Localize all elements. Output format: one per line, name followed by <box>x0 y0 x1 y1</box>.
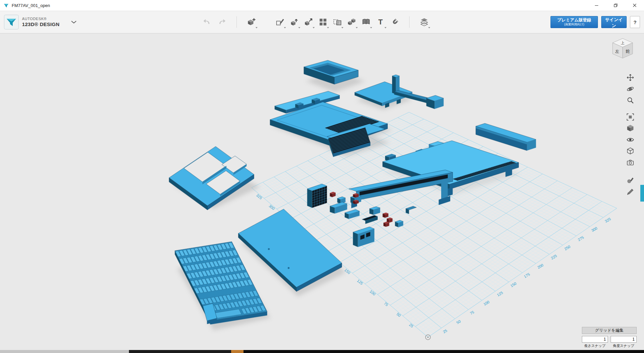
svg-text:325: 325 <box>604 217 612 224</box>
dropdown-caret-icon <box>284 27 286 28</box>
svg-text:25: 25 <box>409 323 414 328</box>
svg-text:275: 275 <box>577 235 585 242</box>
orbit-button[interactable] <box>625 84 635 94</box>
svg-text:225: 225 <box>550 254 557 260</box>
edit-grid-button[interactable]: グリッドを編集 <box>582 327 637 334</box>
brand-text: AUTODESK® 123D® DESIGN <box>22 17 59 27</box>
redo-icon <box>217 18 226 26</box>
dropdown-caret-icon <box>256 27 258 28</box>
svg-text:325: 325 <box>256 193 263 200</box>
fit-view-icon <box>626 113 634 121</box>
svg-text:75: 75 <box>383 301 389 307</box>
tool-combine-button[interactable] <box>344 15 359 29</box>
autodesk-123d-logo-icon <box>4 15 19 29</box>
tool-pattern-button[interactable] <box>316 15 330 29</box>
app-toolbar: AUTODESK® 123D® DESIGN <box>0 11 644 33</box>
premium-register-button[interactable]: プレミアム版登録 (商業利用向け) <box>550 16 598 28</box>
dropdown-caret-icon <box>356 27 358 28</box>
magnifier-icon <box>626 96 634 104</box>
group-icon <box>333 18 342 26</box>
minimize-button[interactable] <box>587 0 606 11</box>
screenshot-button[interactable] <box>625 157 635 167</box>
length-snap-input[interactable] <box>582 336 608 343</box>
viewport-canvas[interactable]: 3253002752502252001751501251007550252550… <box>0 33 644 350</box>
grid-edit-panel: グリッドを編集 長さスナップ 角度スナップ <box>582 327 637 348</box>
viewcube-left-label: 左 <box>615 49 619 54</box>
svg-text:300: 300 <box>591 226 598 233</box>
dropdown-caret-icon <box>384 27 386 28</box>
camera-icon <box>626 158 634 166</box>
dropdown-caret-icon <box>313 27 315 28</box>
snap-inputs-row <box>582 336 637 343</box>
brand-line1: AUTODESK® <box>22 17 59 21</box>
dropdown-caret-icon <box>428 27 430 28</box>
part-right-rail[interactable] <box>476 123 536 150</box>
svg-text:150: 150 <box>344 268 351 275</box>
svg-text:75: 75 <box>469 310 475 316</box>
undo-button[interactable] <box>200 15 214 29</box>
snap-labels-row: 長さスナップ 角度スナップ <box>582 344 637 348</box>
side-panel-handle[interactable] <box>640 185 644 202</box>
svg-text:300: 300 <box>268 204 276 211</box>
viewport: 3253002752502252001751501251007550252550… <box>0 33 644 350</box>
svg-text:250: 250 <box>564 244 571 251</box>
zoom-button[interactable] <box>625 95 635 105</box>
svg-text:150: 150 <box>510 281 517 288</box>
wireframe-cube-icon <box>626 147 634 155</box>
window-title: FM77AV_001_open <box>12 3 50 8</box>
navigation-toolbar <box>625 73 635 197</box>
construct-icon <box>290 18 299 26</box>
dropdown-caret-icon <box>298 27 300 28</box>
primitives-icon <box>247 18 256 26</box>
tool-layers-button[interactable] <box>417 15 431 29</box>
tool-material-button[interactable] <box>359 15 373 29</box>
material-book-icon <box>362 18 370 26</box>
sketch-edit-button[interactable] <box>625 187 635 197</box>
account-area: プレミアム版登録 (商業利用向け) サインイン ? <box>550 16 640 28</box>
pan-button[interactable] <box>625 73 635 83</box>
angle-snap-input[interactable] <box>611 336 637 343</box>
taskbar-edge[interactable] <box>0 350 644 353</box>
eye-icon <box>626 136 634 144</box>
material-button[interactable] <box>625 175 635 186</box>
view-cube[interactable]: 上 左 前 <box>609 36 637 67</box>
tool-snap-button[interactable] <box>387 15 402 29</box>
taskbar-segment <box>231 350 244 353</box>
svg-text:25: 25 <box>442 328 448 334</box>
pencil-icon <box>626 188 634 196</box>
svg-text:T: T <box>378 18 382 26</box>
part-front-panel-frame[interactable] <box>169 146 254 210</box>
application-window: FM77AV_001_open AUTODESK® 123D® DESIGN <box>0 0 644 353</box>
close-icon <box>633 3 637 7</box>
svg-text:100: 100 <box>369 289 376 296</box>
wireframe-button[interactable] <box>625 146 635 156</box>
tool-text-button[interactable]: T <box>373 15 387 29</box>
text-tool-icon: T <box>376 18 385 26</box>
tool-row: T <box>200 15 431 29</box>
sign-in-button[interactable]: サインイン <box>601 16 627 28</box>
dropdown-caret-icon <box>341 27 343 28</box>
fit-view-button[interactable] <box>625 112 635 122</box>
length-snap-label: 長さスナップ <box>582 344 608 348</box>
minimize-icon <box>595 3 599 7</box>
view-mode-button[interactable] <box>625 123 635 133</box>
svg-text:50: 50 <box>396 312 401 318</box>
tool-sketch-button[interactable] <box>273 15 287 29</box>
tool-primitives-button[interactable] <box>244 15 259 29</box>
visibility-button[interactable] <box>625 135 635 145</box>
tool-group-button[interactable] <box>330 15 344 29</box>
close-button[interactable] <box>625 0 644 11</box>
restore-button[interactable] <box>606 0 625 11</box>
help-button[interactable]: ? <box>630 16 640 28</box>
restore-icon <box>614 3 618 7</box>
titlebar: FM77AV_001_open <box>0 0 644 11</box>
tool-modify-button[interactable] <box>301 15 316 29</box>
redo-button[interactable] <box>214 15 229 29</box>
svg-text:125: 125 <box>356 278 364 285</box>
main-menu-button[interactable] <box>69 18 78 26</box>
angle-snap-label: 角度スナップ <box>611 344 637 348</box>
tool-construct-button[interactable] <box>287 15 301 29</box>
app-icon <box>3 3 9 8</box>
chevron-down-icon <box>71 20 77 24</box>
view-cube-icon <box>626 124 634 132</box>
